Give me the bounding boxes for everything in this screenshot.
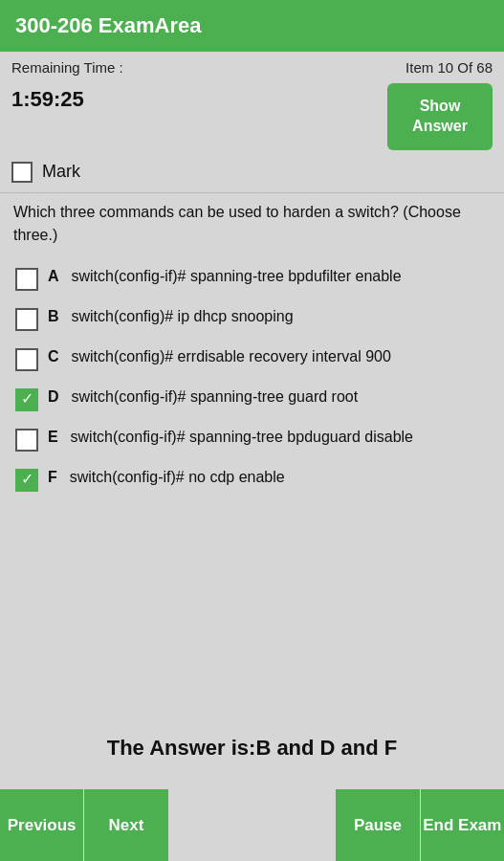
option-a-text: A switch(config-if)# spanning-tree bpduf…	[48, 266, 402, 287]
option-e-text: E switch(config-if)# spanning-tree bpdug…	[48, 427, 413, 448]
checkbox-b[interactable]	[15, 308, 38, 331]
mark-label: Mark	[42, 162, 80, 182]
app-title: 300-206 ExamArea	[15, 13, 201, 37]
option-e[interactable]: E switch(config-if)# spanning-tree bpdug…	[10, 419, 494, 459]
checkbox-c[interactable]	[15, 348, 38, 371]
option-b[interactable]: B switch(config)# ip dhcp snooping	[10, 298, 494, 339]
option-b-text: B switch(config)# ip dhcp snooping	[48, 306, 294, 327]
meta-row: Remaining Time : Item 10 Of 68	[0, 52, 504, 79]
option-d[interactable]: ✓ D switch(config-if)# spanning-tree gua…	[10, 379, 494, 419]
option-c-text: C switch(config)# errdisable recovery in…	[48, 346, 391, 367]
option-d-text: D switch(config-if)# spanning-tree guard…	[48, 386, 358, 408]
bottom-nav: Previous Next Pause End Exam	[0, 789, 504, 861]
app-header: 300-206 ExamArea	[0, 0, 504, 52]
answer-section: The Answer is:B and D and F	[0, 499, 504, 789]
answer-text: The Answer is:B and D and F	[107, 736, 398, 761]
end-exam-button[interactable]: End Exam	[421, 789, 504, 861]
options-list: A switch(config-if)# spanning-tree bpduf…	[0, 258, 504, 499]
mark-checkbox[interactable]	[11, 162, 33, 183]
remaining-label: Remaining Time :	[11, 59, 123, 76]
option-f-text: F switch(config-if)# no cdp enable	[48, 467, 285, 488]
option-a[interactable]: A switch(config-if)# spanning-tree bpduf…	[10, 258, 494, 298]
option-c[interactable]: C switch(config)# errdisable recovery in…	[10, 339, 494, 379]
item-label: Item 10 Of 68	[405, 59, 493, 76]
mark-row: Mark	[0, 158, 504, 192]
timer-display: 1:59:25	[11, 87, 84, 112]
checkbox-d[interactable]: ✓	[15, 388, 38, 411]
next-button[interactable]: Next	[84, 789, 168, 861]
checkbox-a[interactable]	[15, 268, 38, 291]
option-f[interactable]: ✓ F switch(config-if)# no cdp enable	[10, 459, 494, 499]
previous-button[interactable]: Previous	[0, 789, 84, 861]
timer-row: 1:59:25 Show Answer	[0, 79, 504, 158]
show-answer-button[interactable]: Show Answer	[387, 83, 493, 150]
checkbox-f[interactable]: ✓	[15, 469, 38, 492]
question-text: Which three commands can be used to hard…	[0, 193, 504, 258]
checkbox-e[interactable]	[15, 429, 38, 452]
nav-spacer	[169, 789, 337, 861]
pause-button[interactable]: Pause	[336, 789, 420, 861]
